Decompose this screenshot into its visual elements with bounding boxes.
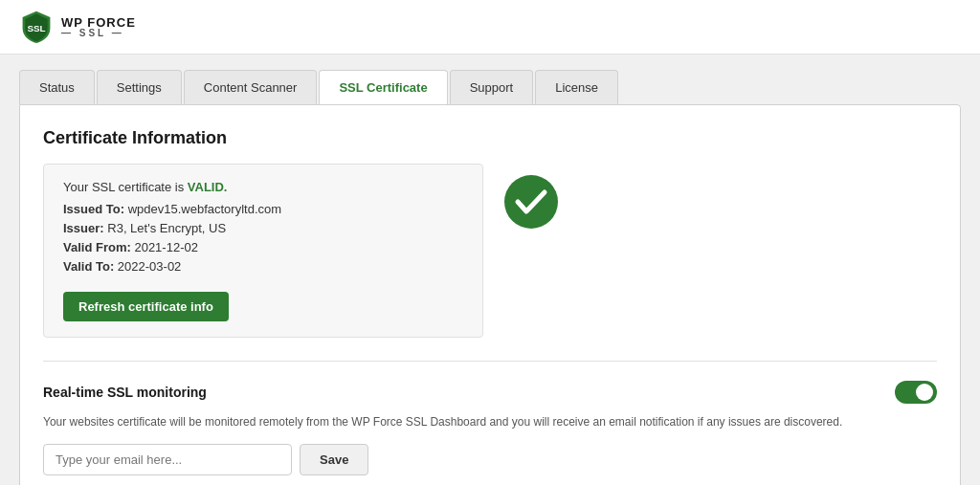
cert-status-valid: VALID. — [188, 180, 228, 194]
header: SSL WP FORCE — SSL — — [0, 0, 980, 55]
tab-license[interactable]: License — [535, 70, 618, 104]
monitoring-toggle[interactable] — [895, 381, 937, 404]
cert-area: Your SSL certificate is VALID. Issued To… — [43, 164, 937, 338]
refresh-certificate-button[interactable]: Refresh certificate info — [63, 292, 229, 321]
email-row: Save — [43, 444, 937, 475]
cert-issued-to: Issued To: wpdev15.webfactoryltd.com — [63, 202, 463, 216]
svg-text:SSL: SSL — [27, 23, 45, 33]
logo-ssl-text: — SSL — — [61, 29, 136, 38]
tab-settings[interactable]: Settings — [97, 70, 182, 104]
tab-ssl-certificate[interactable]: SSL Certificate — [319, 70, 447, 104]
panel: Certificate Information Your SSL certifi… — [19, 104, 961, 485]
logo: SSL WP FORCE — SSL — — [19, 10, 136, 44]
email-input[interactable] — [43, 444, 292, 475]
cert-valid-from-value: 2021-12-02 — [134, 240, 198, 254]
monitoring-title: Real-time SSL monitoring — [43, 385, 207, 400]
monitoring-header: Real-time SSL monitoring — [43, 381, 937, 404]
section-divider — [43, 361, 937, 362]
monitoring-section: Real-time SSL monitoring Your websites c… — [43, 381, 937, 475]
tab-content-scanner[interactable]: Content Scanner — [184, 70, 318, 104]
cert-issuer: Issuer: R3, Let's Encrypt, US — [63, 221, 463, 235]
valid-check-icon-wrapper — [502, 173, 560, 231]
cert-valid-to-label: Valid To: — [63, 259, 114, 274]
cert-issuer-value: R3, Let's Encrypt, US — [107, 221, 226, 235]
save-button[interactable]: Save — [300, 444, 368, 475]
cert-valid-to: Valid To: 2022-03-02 — [63, 259, 463, 274]
section-title: Certificate Information — [43, 128, 937, 148]
tab-support[interactable]: Support — [450, 70, 534, 104]
cert-status-prefix: Your SSL certificate is — [63, 180, 188, 194]
cert-valid-to-value: 2022-03-02 — [118, 259, 182, 274]
svg-point-1 — [504, 175, 558, 229]
main-wrapper: Status Settings Content Scanner SSL Cert… — [0, 55, 980, 485]
tab-status[interactable]: Status — [19, 70, 95, 104]
cert-issuer-label: Issuer: — [63, 221, 104, 235]
cert-issued-to-value: wpdev15.webfactoryltd.com — [128, 202, 281, 216]
monitoring-description: Your websites certificate will be monito… — [43, 413, 937, 430]
certificate-section: Certificate Information Your SSL certifi… — [43, 128, 937, 338]
logo-text: WP FORCE — SSL — — [61, 16, 136, 38]
checkmark-icon — [502, 173, 560, 231]
cert-valid-from: Valid From: 2021-12-02 — [63, 240, 463, 254]
tabs: Status Settings Content Scanner SSL Cert… — [19, 70, 961, 104]
toggle-slider — [895, 381, 937, 404]
cert-valid-from-label: Valid From: — [63, 240, 131, 254]
logo-wp-text: WP FORCE — [61, 16, 136, 29]
logo-shield-icon: SSL — [19, 10, 54, 44]
cert-status-line: Your SSL certificate is VALID. — [63, 180, 463, 194]
cert-box: Your SSL certificate is VALID. Issued To… — [43, 164, 483, 338]
cert-issued-to-label: Issued To: — [63, 202, 124, 216]
